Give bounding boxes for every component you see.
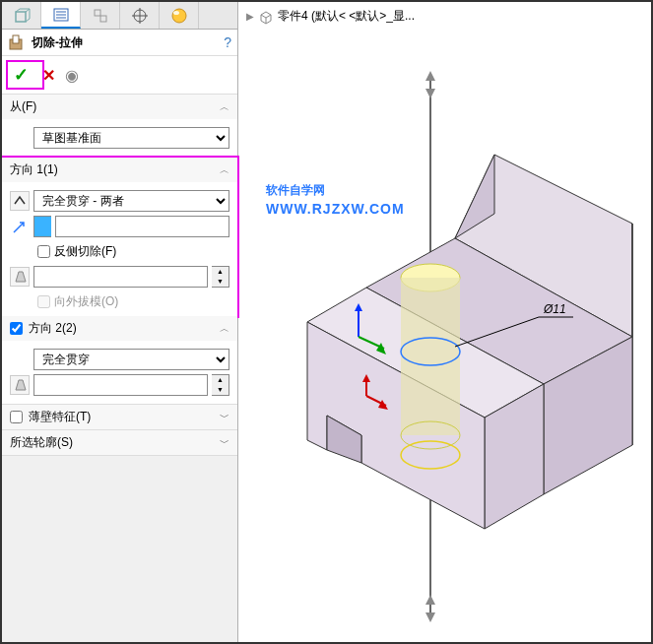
svg-rect-0 xyxy=(16,12,26,22)
section-from-header[interactable]: 从(F) ︿ xyxy=(2,95,237,119)
svg-point-16 xyxy=(173,11,179,15)
dir2-draft-button[interactable] xyxy=(10,375,30,395)
ok-button[interactable]: ✓ xyxy=(10,65,33,85)
chevron-down-icon: ﹀ xyxy=(220,411,229,424)
tab-property[interactable] xyxy=(41,2,81,29)
tab-dimxpert[interactable] xyxy=(120,2,160,29)
draft-icon xyxy=(13,270,27,284)
dir1-end-condition-select[interactable]: 完全贯穿 - 两者 xyxy=(33,190,229,212)
property-panel: 切除-拉伸 ? ✓ ✕ ◉ 从(F) ︿ 草图基准面 方向 1(1) ︿ 完全贯… xyxy=(2,2,238,642)
cut-preview-cylinder xyxy=(401,264,460,449)
chevron-up-icon: ︿ xyxy=(220,100,229,114)
chevron-up-icon: ︿ xyxy=(220,163,229,177)
thin-enable-checkbox[interactable] xyxy=(10,411,23,423)
panel-tabs xyxy=(2,2,237,30)
dimension-text[interactable]: Ø11 xyxy=(543,302,566,316)
section-contours: 所选轮廓(S) ﹀ xyxy=(2,430,237,456)
svg-rect-11 xyxy=(100,16,106,22)
section-from: 从(F) ︿ 草图基准面 xyxy=(2,95,237,158)
svg-point-15 xyxy=(172,9,186,23)
cut-extrude-icon xyxy=(8,33,26,51)
dir2-enable-checkbox[interactable] xyxy=(10,322,23,335)
sphere-icon xyxy=(170,7,188,25)
feature-header: 切除-拉伸 ? xyxy=(2,30,237,56)
list-icon xyxy=(52,6,70,24)
reverse-direction-button[interactable] xyxy=(10,191,30,211)
spin-down-icon[interactable]: ▼ xyxy=(212,277,229,287)
action-bar: ✓ ✕ ◉ xyxy=(2,56,237,95)
dir2-draft-field[interactable] xyxy=(33,374,208,396)
section-dir1-title: 方向 1(1) xyxy=(10,161,220,178)
tab-feature[interactable] xyxy=(2,2,41,29)
section-dir2: 方向 2(2) ︿ 完全贯穿 ▲▼ xyxy=(2,316,237,405)
spin-down-icon[interactable]: ▼ xyxy=(212,385,229,395)
spin-up-icon[interactable]: ▲ xyxy=(212,375,229,385)
section-dir1: 方向 1(1) ︿ 完全贯穿 - 两者 反侧切除(F) ▲▼ xyxy=(0,156,239,318)
direction-vector-icon xyxy=(10,217,30,236)
section-dir2-title: 方向 2(2) xyxy=(29,320,220,337)
from-plane-select[interactable]: 草图基准面 xyxy=(33,127,229,149)
dir2-draft-spinner[interactable]: ▲▼ xyxy=(212,374,229,396)
section-dir1-header[interactable]: 方向 1(1) ︿ xyxy=(2,158,237,182)
svg-rect-18 xyxy=(13,35,19,43)
dir1-reverse-cut-checkbox[interactable] xyxy=(37,245,50,258)
cancel-button[interactable]: ✕ xyxy=(42,66,55,85)
draft-button[interactable] xyxy=(10,267,30,287)
dir1-draft-spinner[interactable]: ▲▼ xyxy=(212,266,229,288)
cube-icon xyxy=(13,7,31,25)
dir1-draft-outward-checkbox xyxy=(37,295,50,308)
section-contours-title: 所选轮廓(S) xyxy=(10,434,220,451)
help-icon[interactable]: ? xyxy=(224,34,231,50)
dir2-end-condition-select[interactable]: 完全贯穿 xyxy=(33,349,229,370)
target-icon xyxy=(131,7,149,25)
draft-icon xyxy=(13,378,27,392)
section-from-title: 从(F) xyxy=(10,98,220,115)
section-contours-header[interactable]: 所选轮廓(S) ﹀ xyxy=(2,430,237,455)
section-dir2-header[interactable]: 方向 2(2) ︿ xyxy=(2,316,237,341)
viewport-3d[interactable]: Ø11 xyxy=(238,2,653,642)
tab-appearance[interactable] xyxy=(160,2,199,29)
spin-up-icon[interactable]: ▲ xyxy=(212,267,229,277)
svg-rect-20 xyxy=(401,278,460,435)
section-thin-header[interactable]: 薄壁特征(T) ﹀ xyxy=(2,405,237,429)
tab-config[interactable] xyxy=(81,2,120,29)
preview-icon[interactable]: ◉ xyxy=(65,66,79,85)
dir1-draft-field[interactable] xyxy=(33,266,208,288)
section-thin: 薄壁特征(T) ﹀ xyxy=(2,405,237,430)
svg-rect-10 xyxy=(95,10,100,16)
dir1-reverse-cut-label: 反侧切除(F) xyxy=(54,243,116,260)
chevron-down-icon: ﹀ xyxy=(220,436,229,450)
reverse-icon xyxy=(13,194,27,208)
section-thin-title: 薄壁特征(T) xyxy=(29,409,220,425)
feature-title: 切除-拉伸 xyxy=(32,34,224,51)
dir1-direction-field[interactable] xyxy=(55,216,229,237)
chevron-up-icon: ︿ xyxy=(220,322,229,336)
config-icon xyxy=(92,7,109,25)
dir1-active-marker xyxy=(33,216,51,237)
dir1-draft-outward-label: 向外拔模(O) xyxy=(54,293,118,310)
